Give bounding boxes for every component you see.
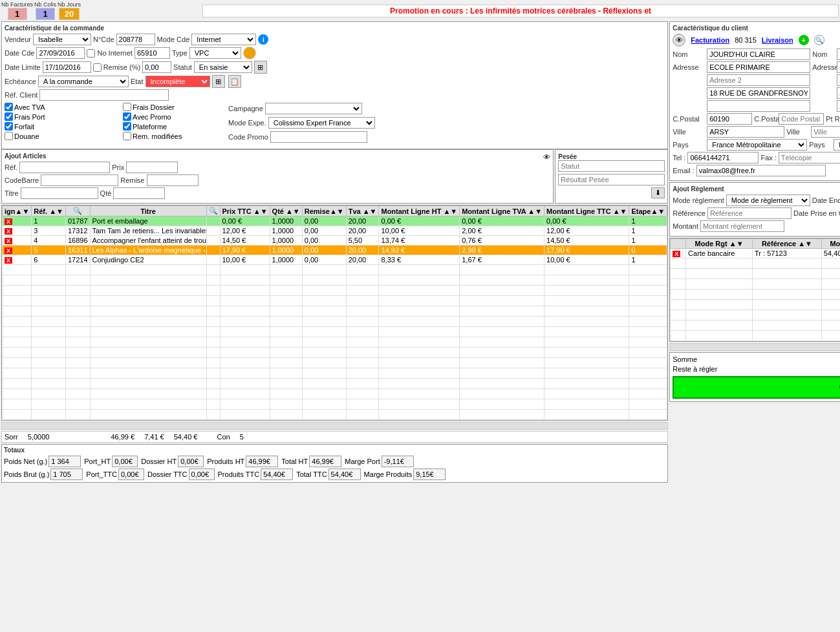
table-scrollbar[interactable] — [1, 422, 668, 430]
fax-input[interactable] — [779, 152, 840, 163]
search-customer-btn[interactable]: 🔍 — [814, 35, 824, 45]
date-limite-input[interactable] — [43, 61, 91, 73]
delete-row-btn[interactable]: X — [5, 218, 12, 225]
pays-select[interactable]: France Métropolitaine — [707, 139, 807, 151]
remise-article-input[interactable] — [147, 174, 199, 186]
code-promo-input[interactable] — [270, 131, 367, 143]
plateforme-checkbox[interactable] — [123, 122, 131, 131]
mode-reglement-select[interactable]: Mode de règlement — [726, 195, 810, 206]
mode-cde-select[interactable]: Internet — [191, 34, 256, 45]
vendeur-select[interactable]: Isabelle — [33, 34, 91, 45]
table-row-empty — [3, 348, 667, 358]
col-etape[interactable]: Etape▲▼ — [629, 206, 667, 216]
livraison-tab[interactable]: Livraison — [762, 36, 793, 44]
col-ign[interactable]: ign▲▼ — [3, 206, 32, 216]
table-row[interactable]: X 6 17214 Conjudingo CE2 10,00 € 1,0000 … — [3, 255, 667, 265]
type-select[interactable]: VPC — [189, 47, 241, 59]
col-search[interactable]: 🔍 — [65, 206, 90, 216]
nom-livraison-input[interactable] — [837, 48, 840, 60]
date-limite-checkbox[interactable] — [93, 63, 102, 72]
col-tva[interactable]: Tva ▲▼ — [346, 206, 379, 216]
pay-col-mode[interactable]: Mode Rgt ▲▼ — [686, 239, 753, 249]
prix-input[interactable] — [126, 162, 178, 173]
codebarre-input[interactable] — [41, 174, 118, 186]
titre-article-input[interactable] — [21, 187, 98, 199]
col-mt-ttc[interactable]: Montant Ligne TTC ▲▼ — [544, 206, 629, 216]
col-ref[interactable]: Réf. ▲▼ — [32, 206, 66, 216]
adresse3-input[interactable] — [707, 87, 810, 99]
avec-promo-checkbox[interactable] — [123, 112, 131, 121]
rem-modifiees-checkbox[interactable] — [123, 132, 131, 140]
ville-livraison-input[interactable] — [811, 126, 840, 138]
payment-scrollbar[interactable] — [669, 343, 840, 351]
col-titre[interactable]: Titre — [90, 206, 206, 216]
statut-select[interactable]: En saisie — [194, 61, 252, 73]
delete-row-btn[interactable]: X — [5, 248, 12, 254]
pay-col-ref[interactable]: Référence ▲▼ — [753, 239, 822, 249]
table-row[interactable]: X 3 17312 Tam Tam Je retiens... Les inva… — [3, 226, 667, 236]
etat-select[interactable]: Incomplète — [145, 76, 210, 87]
email-input[interactable] — [696, 165, 826, 176]
customer-eye-icon[interactable]: 👁 — [673, 34, 685, 47]
statut-action-btn[interactable]: ⊞ — [254, 61, 267, 74]
pay-col-montant[interactable]: Montant ▲▼ — [821, 239, 840, 249]
pesee-statut-input[interactable] — [558, 160, 665, 172]
pesee-resultat-input[interactable] — [558, 174, 665, 185]
adresse2-livraison-input[interactable] — [837, 74, 840, 86]
etat-action-btn[interactable]: ⊞ — [212, 75, 225, 88]
ville-input[interactable] — [707, 126, 784, 138]
ncde-input[interactable] — [116, 34, 155, 45]
frais-port-checkbox[interactable] — [5, 112, 13, 121]
delete-row-btn[interactable]: X — [5, 228, 12, 235]
add-customer-btn[interactable]: + — [799, 35, 809, 45]
delete-row-btn[interactable]: X — [5, 238, 12, 244]
row-ref: 16896 — [65, 236, 90, 246]
eye-icon[interactable]: 👁 — [543, 153, 550, 161]
remise-input[interactable] — [142, 61, 171, 73]
reference-input[interactable] — [707, 207, 792, 219]
payment-row[interactable]: X Carte bancaire Tr : 57123 54,40 € 27/0… — [671, 249, 840, 258]
pesee-action-btn[interactable]: ⬇ — [651, 187, 665, 198]
col-remise[interactable]: Remise▲▼ — [302, 206, 346, 216]
adresse4-input[interactable] — [707, 100, 810, 112]
table-row-empty — [3, 389, 667, 399]
adresse2-input[interactable] — [707, 74, 810, 86]
info-icon[interactable]: i — [258, 34, 268, 45]
cpostal-livraison-input[interactable] — [779, 113, 824, 125]
adresse-livraison-input[interactable] — [837, 61, 840, 73]
col-titre-search[interactable]: 🔍 — [206, 206, 220, 216]
etat-copy-btn[interactable]: 📋 — [228, 75, 241, 88]
cpostal-input[interactable] — [707, 113, 752, 125]
echeance-select[interactable]: A la commande — [38, 76, 129, 87]
adresse3-livraison-input[interactable] — [837, 87, 840, 99]
ref-article-input[interactable] — [19, 162, 110, 173]
ref-client-input[interactable] — [39, 89, 169, 101]
delete-row-btn[interactable]: X — [5, 257, 12, 264]
col-mt-tva[interactable]: Montant Ligne TVA ▲▼ — [460, 206, 544, 216]
douane-checkbox[interactable] — [5, 132, 13, 140]
date-cde-checkbox[interactable] — [87, 49, 95, 58]
table-row[interactable]: X 4 16896 Accompagner l'enfant atteint d… — [3, 236, 667, 246]
montant-reglement-input[interactable] — [700, 220, 784, 232]
delete-payment-btn[interactable]: X — [673, 251, 680, 257]
col-mt-ht[interactable]: Montant Ligne HT ▲▼ — [379, 206, 460, 216]
mode-expe-select[interactable]: Colissimo Expert France — [268, 117, 375, 129]
adresse-input[interactable] — [707, 61, 810, 73]
date-cde-input[interactable] — [36, 47, 85, 59]
frais-dossier-checkbox[interactable] — [123, 103, 131, 111]
nom-input[interactable] — [707, 48, 810, 60]
forfait-checkbox[interactable] — [5, 122, 13, 131]
tel-input[interactable] — [687, 152, 759, 163]
qte-input[interactable] — [113, 187, 165, 199]
pays-livraison-select[interactable]: France Métropolitaine — [834, 139, 840, 151]
col-qte[interactable]: Qté ▲▼ — [270, 206, 302, 216]
table-row[interactable]: X 5 16311 Les Alphas - L'ardoise magnéti… — [3, 246, 667, 255]
avec-tva-checkbox[interactable] — [5, 103, 13, 111]
table-row[interactable]: X 1 01787 Port et emballage 0,00 € 1,000… — [3, 216, 667, 226]
facturation-tab[interactable]: Facturation — [691, 36, 729, 44]
qte-label: Qté — [100, 189, 112, 197]
col-prix[interactable]: Prix TTC ▲▼ — [220, 206, 270, 216]
adresse4-livraison-input[interactable] — [837, 100, 840, 112]
no-internet-input[interactable] — [135, 47, 170, 59]
campagne-select[interactable] — [265, 103, 362, 114]
